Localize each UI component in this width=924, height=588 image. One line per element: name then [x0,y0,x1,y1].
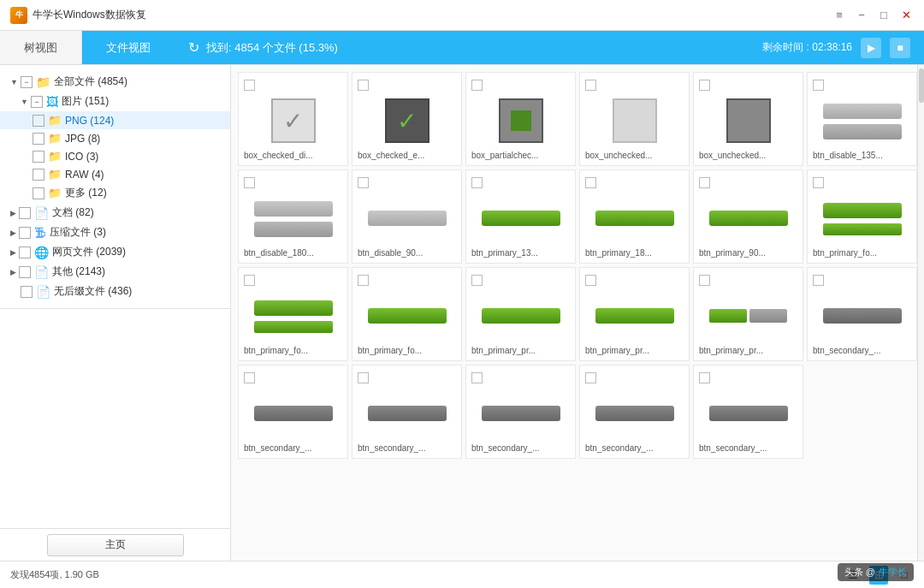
item-checkbox[interactable] [699,80,710,91]
close-button[interactable]: ✕ [898,8,914,23]
file-item[interactable]: btn_secondary_... [579,365,690,459]
images-checkbox[interactable] [31,96,43,108]
jpg-label: JPG (8) [65,133,100,145]
more-checkbox[interactable] [33,187,44,199]
file-item[interactable]: btn_disable_90... [352,169,462,264]
no-ext-label: 无后缀文件 (436) [54,284,132,299]
jpg-checkbox[interactable] [33,133,44,145]
file-item[interactable]: box_partialchec... [465,72,576,166]
item-checkbox[interactable] [813,80,824,91]
file-item[interactable]: btn_primary_pr... [465,267,576,361]
filename: btn_secondary_... [471,443,570,453]
file-item[interactable]: ✓ box_checked_e... [352,72,462,166]
file-item[interactable]: btn_primary_90... [693,169,803,264]
file-preview [244,387,342,440]
item-checkbox[interactable] [585,80,596,91]
file-preview [471,94,570,147]
item-checkbox[interactable] [585,275,596,286]
sidebar-item-jpg[interactable]: 📁 JPG (8) [0,129,230,147]
item-checkbox[interactable] [358,177,369,188]
file-item[interactable]: btn_disable_180... [238,169,348,264]
sidebar-item-raw[interactable]: 📁 RAW (4) [0,165,230,183]
item-checkbox[interactable] [244,177,255,188]
item-checkbox[interactable] [699,275,710,286]
item-checkbox[interactable] [358,372,369,383]
file-item[interactable]: btn_disable_135... [807,72,917,166]
documents-checkbox[interactable] [19,207,31,219]
sidebar-item-ico[interactable]: 📁 ICO (3) [0,147,230,165]
scan-status: 找到: 4854 个文件 (15.3%) [206,40,338,56]
raw-checkbox[interactable] [33,169,44,181]
item-checkbox[interactable] [244,372,255,383]
web-checkbox[interactable] [19,246,31,258]
sidebar-item-others[interactable]: ▶ 📄 其他 (2143) [0,262,230,282]
file-preview [471,387,570,440]
play-button[interactable]: ▶ [861,38,881,58]
tab-tree-view[interactable]: 树视图 [0,31,82,64]
file-item[interactable]: btn_secondary_... [465,365,576,459]
file-item[interactable]: btn_secondary_... [238,365,348,459]
file-item[interactable]: box_unchecked... [579,72,690,166]
item-checkbox[interactable] [813,177,824,188]
file-item[interactable]: btn_primary_18... [579,169,690,264]
file-item[interactable]: box_unchecked... [693,72,803,166]
file-item[interactable]: btn_secondary_... [693,365,803,459]
arrow-icon: ▶ [10,268,16,276]
tab-bar: 树视图 文件视图 ↻ 找到: 4854 个文件 (15.3%) 剩余时间 : 0… [0,31,924,65]
no-ext-checkbox[interactable] [21,286,33,298]
png-checkbox[interactable] [33,115,44,127]
sidebar-item-png[interactable]: 📁 PNG (124) [0,111,230,129]
file-preview [699,387,797,440]
file-item[interactable]: btn_secondary_... [352,365,462,459]
item-checkbox[interactable] [358,80,369,91]
sidebar-item-no-extension[interactable]: 📄 无后缀文件 (436) [0,282,230,301]
filename: btn_primary_fo... [244,346,342,355]
item-checkbox[interactable] [244,275,255,286]
scrollbar-thumb[interactable] [919,68,924,103]
file-item[interactable]: btn_primary_13... [465,169,576,264]
file-item[interactable]: btn_secondary_... [807,267,917,361]
file-item[interactable]: btn_primary_fo... [807,169,917,264]
filename: box_unchecked... [699,151,797,160]
ico-checkbox[interactable] [33,151,44,163]
file-item[interactable]: btn_primary_fo... [238,267,348,361]
file-item[interactable]: ✓ box_checked_di... [238,72,348,166]
sidebar-item-all-files[interactable]: ▼ 📁 全部文件 (4854) [0,72,230,92]
file-item[interactable]: btn_primary_pr... [693,267,803,361]
item-checkbox[interactable] [699,177,710,188]
sidebar-item-images[interactable]: ▼ 🖼 图片 (151) [0,92,230,111]
main-layout: ▼ 📁 全部文件 (4854) ▼ 🖼 图片 (151) 📁 PNG (124) [0,65,924,561]
item-checkbox[interactable] [471,275,483,286]
preview-shape [699,309,797,323]
file-preview [244,289,342,342]
file-preview [813,94,911,147]
home-button[interactable]: 主页 [47,534,184,556]
restore-button[interactable]: □ [876,8,891,23]
minimize-button[interactable]: − [854,8,869,23]
item-checkbox[interactable] [813,275,824,286]
item-checkbox[interactable] [244,80,255,91]
item-checkbox[interactable] [585,177,596,188]
stop-button[interactable]: ■ [890,38,910,58]
filename: btn_primary_fo... [813,248,911,258]
png-label: PNG (124) [65,115,114,127]
item-checkbox[interactable] [471,177,483,188]
web-icon: 🌐 [34,246,49,259]
item-checkbox[interactable] [471,372,483,383]
sidebar-item-web[interactable]: ▶ 🌐 网页文件 (2039) [0,242,230,262]
file-item[interactable]: btn_primary_fo... [352,267,462,361]
tab-file-view[interactable]: 文件视图 [82,31,175,64]
scrollbar-track[interactable] [917,65,924,561]
archives-checkbox[interactable] [19,227,31,239]
file-item[interactable]: btn_primary_pr... [579,267,690,361]
sidebar-item-documents[interactable]: ▶ 📄 文档 (82) [0,203,230,223]
others-checkbox[interactable] [19,266,31,278]
menu-button[interactable]: ≡ [832,8,847,23]
item-checkbox[interactable] [358,275,369,286]
sidebar-item-more[interactable]: 📁 更多 (12) [0,183,230,203]
all-files-checkbox[interactable] [21,76,33,88]
item-checkbox[interactable] [699,372,710,383]
sidebar-item-archives[interactable]: ▶ 🗜 压缩文件 (3) [0,223,230,242]
item-checkbox[interactable] [471,80,483,91]
item-checkbox[interactable] [585,372,596,383]
